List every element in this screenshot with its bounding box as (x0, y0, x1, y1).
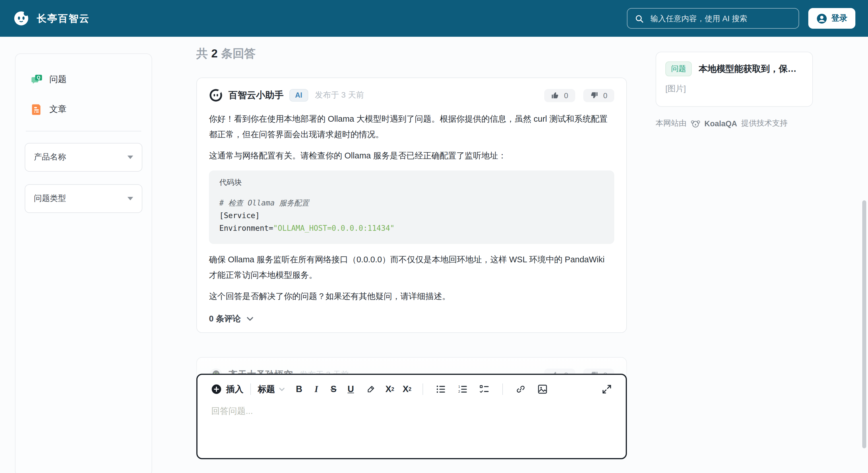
code-comment: # 检查 Ollama 服务配置 (219, 199, 309, 207)
comments-toggle[interactable]: 0 条评论 (209, 313, 614, 324)
heading-label: 标题 (258, 384, 275, 395)
fullscreen-button[interactable] (599, 382, 614, 396)
select-label: 问题类型 (34, 193, 66, 204)
subscript-label: X (403, 384, 409, 395)
bullet-list-icon (436, 384, 446, 395)
avatar (209, 88, 223, 102)
toolbar-divider (250, 383, 251, 395)
superscript-label: X (385, 384, 392, 395)
login-label: 登录 (831, 13, 847, 24)
chevron-down-icon (279, 387, 285, 391)
sidebar-item-articles[interactable]: 文章 (25, 99, 143, 119)
search-input[interactable] (649, 13, 792, 23)
answer-editor[interactable]: 插入 标题 B I S U X2 (196, 374, 627, 459)
powered-prefix: 本网站由 (656, 118, 687, 129)
brand-title: 长亭百智云 (37, 12, 90, 25)
code-line: [Service] (219, 211, 260, 220)
scrollbar-thumb[interactable] (862, 200, 866, 448)
select-label: 产品名称 (34, 152, 66, 162)
chevron-down-icon (246, 316, 253, 321)
chevron-down-icon (127, 156, 133, 159)
sidebar-divider (26, 131, 141, 131)
superscript-exp: 2 (391, 386, 394, 392)
question-type-badge: 问题 (665, 61, 692, 76)
ai-badge: AI (289, 89, 308, 102)
thumbs-down-button[interactable]: 0 (583, 89, 614, 102)
thumbs-up-button[interactable]: 0 (544, 89, 575, 102)
image-button[interactable] (535, 382, 550, 396)
answer-paragraph: 这通常与网络配置有关。请检查你的 Ollama 服务是否已经正确配置了监听地址： (209, 148, 614, 164)
author-name[interactable]: 百智云小助手 (228, 89, 284, 101)
toolbar-divider (423, 383, 423, 395)
answers-count: 2 (211, 47, 218, 60)
code-content: # 检查 Ollama 服务配置 [Service] Environment="… (219, 197, 604, 235)
link-button[interactable] (513, 382, 528, 396)
search-icon (634, 13, 644, 23)
bold-button[interactable]: B (292, 382, 306, 396)
vote-buttons: 0 0 (544, 89, 614, 102)
comments-count-label: 0 条评论 (209, 313, 241, 324)
product-name-select[interactable]: 产品名称 (25, 143, 143, 171)
question-summary-card[interactable]: 问题 本地模型能获取到，保存的时候… [图片] (656, 52, 813, 107)
answer-paragraph: 确保 Ollama 服务监听在所有网络接口（0.0.0.0）而不仅仅是本地回环地… (209, 252, 614, 283)
image-icon (537, 384, 548, 395)
sidebar: Q 问题 文章 产品名称 问题类型 (15, 53, 152, 473)
panda-logo-icon (12, 10, 30, 27)
answer-paragraph: 你好！看到你在使用本地部署的 Ollama 大模型时遇到了问题。根据你提供的信息… (209, 112, 614, 143)
subscript-idx: 2 (408, 386, 411, 392)
code-key: Environment= (219, 224, 273, 232)
sidebar-item-label: 文章 (50, 104, 67, 115)
code-string: "OLLAMA_HOST=0.0.0.0:11434" (273, 224, 395, 232)
heading-dropdown[interactable]: 标题 (258, 384, 285, 395)
login-button[interactable]: 登录 (808, 8, 856, 29)
search-box[interactable] (627, 8, 799, 29)
numbered-list-button[interactable]: 1 2 (455, 382, 470, 396)
question-attachment-label: [图片] (665, 84, 803, 94)
fullscreen-icon (601, 384, 612, 395)
answer-card-ai: 百智云小助手 AI 发布于 3 天前 0 (196, 77, 627, 333)
answer-body: 你好！看到你在使用本地部署的 Ollama 大模型时遇到了问题。根据你提供的信息… (209, 112, 614, 324)
superscript-button[interactable]: X2 (383, 382, 397, 396)
heading-suffix: 条回答 (221, 47, 255, 60)
numbered-list-icon: 1 2 (458, 384, 468, 395)
insert-label: 插入 (226, 384, 243, 395)
question-title[interactable]: 本地模型能获取到，保存的时候… (699, 63, 803, 75)
task-list-button[interactable] (477, 382, 492, 396)
svg-text:Q: Q (37, 75, 40, 80)
chevron-down-icon (127, 197, 133, 200)
heading-prefix: 共 (196, 47, 208, 60)
article-icon (30, 103, 43, 115)
page: 长亭百智云 登录 (0, 0, 868, 473)
answer-paragraph: 这个回答是否解决了你的问题？如果还有其他疑问，请详细描述。 (209, 289, 614, 304)
underline-button[interactable]: U (344, 382, 358, 396)
svg-text:1: 1 (458, 385, 460, 388)
insert-button[interactable]: 插入 (211, 384, 243, 395)
link-icon (516, 384, 526, 395)
sidebar-item-label: 问题 (50, 74, 67, 85)
user-icon (816, 13, 827, 24)
editor-placeholder[interactable]: 回答问题... (211, 406, 618, 417)
powered-suffix: 提供技术支持 (741, 118, 787, 129)
navbar: 长亭百智云 登录 (0, 0, 868, 37)
dislike-count: 0 (603, 91, 608, 100)
code-block-title: 代码块 (219, 177, 604, 188)
like-count: 0 (564, 91, 568, 100)
plus-circle-icon (211, 384, 222, 395)
italic-button[interactable]: I (309, 382, 323, 396)
editor-toolbar: 插入 标题 B I S U X2 (211, 382, 618, 396)
qa-bubbles-icon: Q (30, 73, 43, 86)
sidebar-item-questions[interactable]: Q 问题 (25, 69, 143, 90)
answers-count-heading: 共2条回答 (196, 46, 255, 61)
thumbs-down-icon (590, 91, 598, 99)
question-type-select[interactable]: 问题类型 (25, 184, 143, 213)
subscript-button[interactable]: X2 (400, 382, 414, 396)
toolbar-divider (502, 383, 503, 395)
highlighter-button[interactable] (363, 382, 378, 396)
publish-time: 发布于 3 天前 (315, 90, 364, 100)
powered-by-footer: 本网站由 KoalaQA 提供技术支持 (656, 118, 787, 129)
highlighter-icon (365, 384, 375, 394)
answer-header: 百智云小助手 AI 发布于 3 天前 0 (209, 88, 614, 102)
strikethrough-button[interactable]: S (327, 382, 340, 396)
powered-brand[interactable]: KoalaQA (704, 119, 737, 128)
bullet-list-button[interactable] (433, 382, 448, 396)
